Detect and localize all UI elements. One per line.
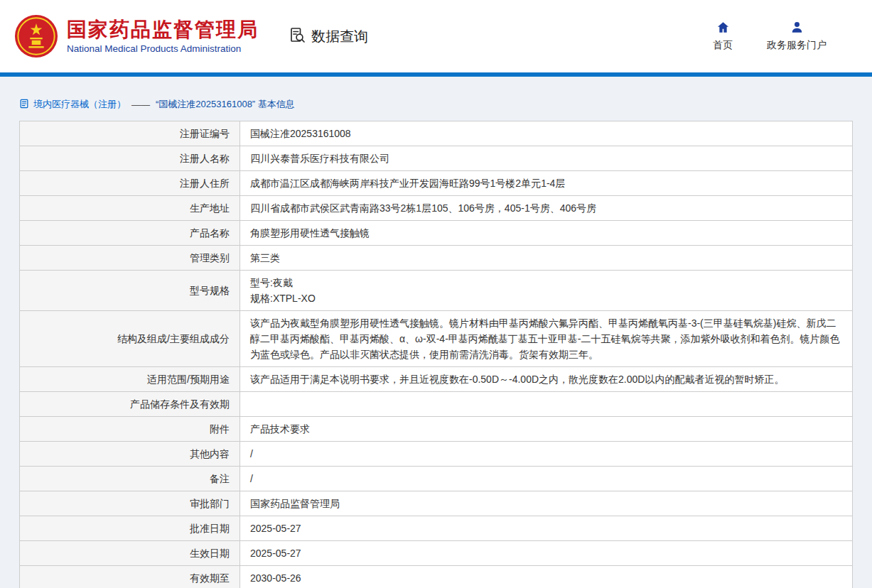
- row-value: 该产品适用于满足本说明书要求，并且近视度数在-0.50D～-4.00D之内，散光…: [240, 367, 853, 392]
- row-value: 2025-05-27: [240, 516, 853, 541]
- row-label: 有效期至: [20, 566, 240, 588]
- info-table-body: 注册证编号国械注准20253161008注册人名称四川兴泰普乐医疗科技有限公司注…: [20, 121, 853, 588]
- table-row: 注册证编号国械注准20253161008: [20, 121, 853, 146]
- row-label: 注册证编号: [20, 121, 240, 146]
- user-icon: [790, 21, 804, 36]
- nav-item-label: 政务服务门户: [767, 39, 827, 52]
- row-value: 第三类: [240, 246, 853, 271]
- row-label: 生产地址: [20, 196, 240, 221]
- table-row: 产品名称角膜塑形用硬性透气接触镜: [20, 221, 853, 246]
- breadcrumb-root-link[interactable]: 境内医疗器械（注册）: [33, 98, 126, 111]
- document-icon: [19, 99, 29, 111]
- row-label: 其他内容: [20, 442, 240, 467]
- data-query-label: 数据查询: [311, 27, 368, 46]
- row-label: 审批部门: [20, 491, 240, 516]
- nav-item-label: 首页: [713, 39, 733, 52]
- row-label: 产品名称: [20, 221, 240, 246]
- nav-item-home[interactable]: 首页: [713, 21, 733, 52]
- breadcrumb: 境内医疗器械（注册） —— “国械注准20253161008” 基本信息: [19, 98, 853, 111]
- row-value: 该产品为夜戴型角膜塑形用硬性透气接触镜。镜片材料由甲基丙烯酸六氟异丙酯、甲基丙烯…: [240, 311, 853, 367]
- row-label: 生效日期: [20, 541, 240, 566]
- main-content: 境内医疗器械（注册） —— “国械注准20253161008” 基本信息 注册证…: [0, 77, 872, 588]
- row-value: 国械注准20253161008: [240, 121, 853, 146]
- row-value: /: [240, 442, 853, 467]
- org-name-en: National Medical Products Administration: [67, 43, 259, 54]
- table-row: 有效期至2030-05-26: [20, 566, 853, 588]
- table-row: 批准日期2025-05-27: [20, 516, 853, 541]
- table-row: 备注/: [20, 467, 853, 491]
- table-row: 管理类别第三类: [20, 246, 853, 271]
- table-row: 附件产品技术要求: [20, 417, 853, 442]
- table-row: 型号规格型号:夜戴 规格:XTPL-XO: [20, 271, 853, 311]
- org-titles: 国家药品监督管理局 National Medical Products Admi…: [67, 18, 259, 54]
- registration-info-table: 注册证编号国械注准20253161008注册人名称四川兴泰普乐医疗科技有限公司注…: [19, 121, 853, 588]
- national-emblem-icon: [14, 14, 58, 58]
- row-label: 注册人住所: [20, 171, 240, 196]
- row-label: 备注: [20, 467, 240, 491]
- breadcrumb-separator: ——: [131, 99, 150, 110]
- table-row: 其他内容/: [20, 442, 853, 467]
- row-value: 四川兴泰普乐医疗科技有限公司: [240, 146, 853, 171]
- top-header: 国家药品监督管理局 National Medical Products Admi…: [0, 0, 872, 72]
- table-row: 注册人名称四川兴泰普乐医疗科技有限公司: [20, 146, 853, 171]
- breadcrumb-current: “国械注准20253161008” 基本信息: [156, 98, 295, 111]
- row-value: 型号:夜戴 规格:XTPL-XO: [240, 271, 853, 311]
- nav-item-portal[interactable]: 政务服务门户: [767, 21, 827, 52]
- row-value: /: [240, 467, 853, 491]
- row-value: 角膜塑形用硬性透气接触镜: [240, 221, 853, 246]
- row-value: [240, 392, 853, 417]
- row-value: 产品技术要求: [240, 417, 853, 442]
- table-row: 生效日期2025-05-27: [20, 541, 853, 566]
- top-nav: 首页 政务服务门户: [713, 21, 827, 52]
- table-row: 审批部门国家药品监督管理局: [20, 491, 853, 516]
- table-row: 注册人住所成都市温江区成都海峡两岸科技产业开发园海旺路99号1号楼2单元1-4层: [20, 171, 853, 196]
- row-label: 产品储存条件及有效期: [20, 392, 240, 417]
- table-row: 产品储存条件及有效期: [20, 392, 853, 417]
- row-value: 四川省成都市武侯区武青南路33号2栋1层105、106号房，405-1号房、40…: [240, 196, 853, 221]
- row-label: 型号规格: [20, 271, 240, 311]
- row-label: 结构及组成/主要组成成分: [20, 311, 240, 367]
- row-value: 2025-05-27: [240, 541, 853, 566]
- data-query-icon: [289, 26, 306, 47]
- row-value: 国家药品监督管理局: [240, 491, 853, 516]
- table-row: 结构及组成/主要组成成分该产品为夜戴型角膜塑形用硬性透气接触镜。镜片材料由甲基丙…: [20, 311, 853, 367]
- row-value: 成都市温江区成都海峡两岸科技产业开发园海旺路99号1号楼2单元1-4层: [240, 171, 853, 196]
- nmpa-logo-link[interactable]: 国家药品监督管理局 National Medical Products Admi…: [14, 14, 259, 58]
- row-label: 适用范围/预期用途: [20, 367, 240, 392]
- row-label: 附件: [20, 417, 240, 442]
- home-icon: [716, 21, 730, 36]
- row-value: 2030-05-26: [240, 566, 853, 588]
- data-query-link[interactable]: 数据查询: [289, 26, 368, 47]
- table-row: 适用范围/预期用途该产品适用于满足本说明书要求，并且近视度数在-0.50D～-4…: [20, 367, 853, 392]
- row-label: 注册人名称: [20, 146, 240, 171]
- org-name-cn: 国家药品监督管理局: [67, 18, 259, 41]
- table-row: 生产地址四川省成都市武侯区武青南路33号2栋1层105、106号房，405-1号…: [20, 196, 853, 221]
- row-label: 批准日期: [20, 516, 240, 541]
- row-label: 管理类别: [20, 246, 240, 271]
